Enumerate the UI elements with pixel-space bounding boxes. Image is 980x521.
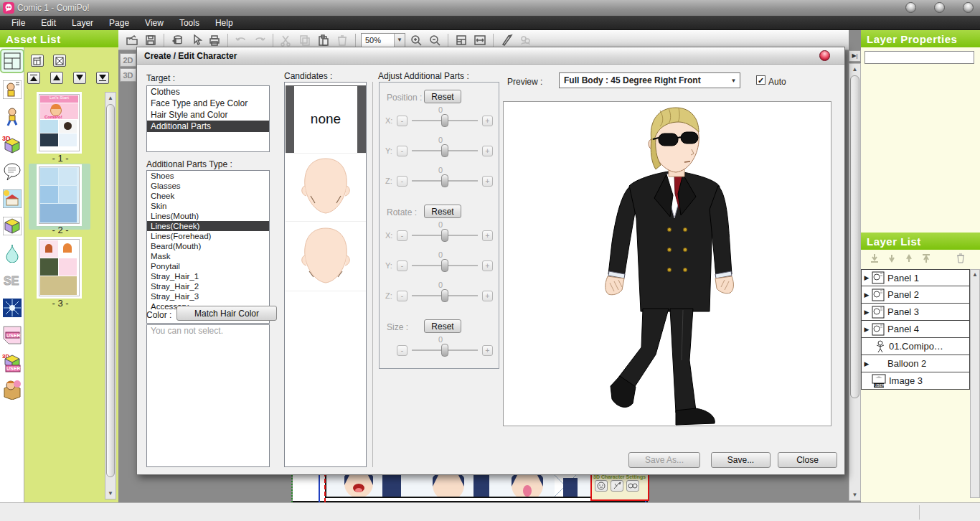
save-button[interactable]: Save... (711, 452, 771, 468)
menu-file[interactable]: File (4, 17, 32, 29)
open-icon[interactable] (124, 32, 140, 48)
prev-page-button[interactable] (50, 72, 63, 84)
first-page-button[interactable] (27, 72, 40, 84)
canvas-vscrollbar[interactable]: ▲ ▼ (849, 63, 861, 501)
dialog-title-bar[interactable]: Create / Edit Character (137, 47, 844, 65)
page-thumbnail-3[interactable] (39, 239, 80, 296)
last-page-button[interactable] (96, 72, 109, 84)
menu-help[interactable]: Help (208, 17, 240, 29)
candidate-face-2[interactable] (286, 223, 366, 291)
parts-type-option[interactable]: Glasses (147, 181, 269, 191)
delete-layer-icon[interactable] (956, 253, 966, 266)
parts-type-option[interactable]: Cheek (147, 191, 269, 201)
category-background-icon[interactable] (1, 188, 23, 210)
match-hair-color-button[interactable]: Match Hair Color (176, 306, 277, 321)
category-balloon-icon[interactable] (1, 161, 23, 182)
mode-3d-button[interactable]: 3D (120, 68, 136, 82)
pose-settings-icon[interactable] (611, 480, 623, 492)
category-user-3d-icon[interactable]: 3DUSER (1, 352, 23, 373)
zoom-in-icon[interactable] (408, 32, 424, 48)
parts-type-option[interactable]: Lines(Forehead) (147, 231, 269, 241)
fit-width-icon[interactable] (472, 32, 488, 48)
target-option[interactable]: Hair Style and Color (147, 109, 269, 121)
parts-type-option[interactable]: Lines(Mouth) (147, 211, 269, 221)
layer-row-panel1[interactable]: ▶ Panel 1 (861, 269, 970, 286)
face-settings-icon[interactable] (595, 480, 608, 492)
page-grid-icon[interactable] (453, 32, 469, 48)
paste-icon[interactable] (316, 32, 331, 48)
zoom-out-icon[interactable] (427, 32, 443, 48)
layer-name-field[interactable] (864, 51, 974, 64)
scroll-down-arrow[interactable]: ▼ (849, 492, 860, 498)
save-icon[interactable] (143, 32, 159, 48)
layer-list-scrollbar[interactable]: ▲ (970, 269, 980, 498)
auto-checkbox[interactable]: ✓ (756, 75, 765, 85)
layer-row-image[interactable]: USER Image 3 (861, 372, 970, 390)
delete-page-button[interactable] (53, 55, 66, 67)
character-wizard-icon[interactable] (499, 32, 514, 48)
layer-row-character[interactable]: 01.Comipo… (861, 338, 970, 355)
close-dialog-button[interactable]: Close (778, 452, 837, 468)
layer-row-panel3[interactable]: ▶ Panel 3 (861, 304, 970, 321)
scroll-up-arrow[interactable]: ▲ (971, 271, 979, 278)
close-button[interactable] (963, 2, 974, 13)
parts-type-option[interactable]: Stray_Hair_2 (147, 281, 269, 291)
category-user-2d-icon[interactable]: USER (1, 324, 23, 346)
category-panel-layout-icon[interactable] (1, 50, 23, 72)
parts-type-option[interactable]: Beard(Mouth) (147, 241, 269, 251)
position-reset-button[interactable]: Reset (424, 90, 461, 103)
category-user-character-icon[interactable] (1, 379, 23, 400)
category-character-pose-icon[interactable] (1, 106, 23, 128)
category-effect-flash-icon[interactable] (1, 297, 23, 319)
parts-type-option-selected[interactable]: Lines(Cheek) (147, 221, 269, 231)
dialog-close-icon[interactable] (819, 50, 830, 61)
zoom-select[interactable]: 50% ▼ (361, 33, 405, 47)
candidate-none[interactable]: none (286, 85, 366, 154)
collapse-panel-button[interactable]: ▶| (849, 50, 861, 62)
candidate-face-1[interactable] (286, 154, 366, 222)
target-option[interactable]: Clothes (147, 86, 269, 98)
expand-arrow-icon[interactable]: ▶ (862, 274, 872, 281)
category-character-icon[interactable] (1, 79, 23, 100)
parts-type-option[interactable]: Skin (147, 201, 269, 211)
target-option-selected[interactable]: Additional Parts (147, 121, 269, 132)
category-effect-drop-icon[interactable] (1, 243, 23, 264)
expand-arrow-icon[interactable]: ▶ (862, 291, 872, 299)
size-reset-button[interactable]: Reset (424, 319, 461, 333)
add-page-button[interactable] (31, 55, 44, 67)
asset-scrollbar[interactable]: ▲ ▼ (105, 92, 116, 499)
parts-type-option[interactable]: Ponytail (147, 261, 269, 271)
print-icon[interactable] (207, 32, 222, 48)
parts-type-option[interactable]: Stray_Hair_1 (147, 271, 269, 281)
next-page-button[interactable] (73, 72, 86, 84)
layer-row-panel4[interactable]: ▶ Panel 4 (861, 321, 970, 338)
menu-layer[interactable]: Layer (65, 17, 100, 29)
menu-tools[interactable]: Tools (172, 17, 207, 29)
select-tool-icon[interactable] (188, 32, 204, 48)
expand-arrow-icon[interactable]: ▶ (862, 326, 872, 333)
layer-row-panel2[interactable]: ▶ Panel 2 (861, 286, 970, 304)
rotate-reset-button[interactable]: Reset (424, 205, 461, 218)
minimize-button[interactable] (905, 2, 916, 13)
expand-arrow-icon[interactable]: ▶ (862, 309, 872, 316)
zoom-dropdown-arrow[interactable]: ▼ (394, 34, 405, 47)
page-thumbnail-1[interactable]: Let's Start ComiPo! (39, 94, 80, 151)
target-option[interactable]: Face Type and Eye Color (147, 98, 269, 109)
category-3d-items-icon[interactable]: 3D (1, 133, 23, 155)
scroll-up-arrow[interactable]: ▲ (849, 66, 860, 72)
mode-2d-button[interactable]: 2D (120, 53, 136, 67)
parts-type-option[interactable]: Mask (147, 251, 269, 261)
menu-page[interactable]: Page (102, 17, 136, 29)
layer-row-balloon[interactable]: ▶ Balloon 2 (861, 355, 970, 372)
parts-type-option[interactable]: Stray_Hair_3 (147, 291, 269, 301)
expand-arrow-icon[interactable]: ▶ (862, 360, 872, 367)
maximize-button[interactable] (934, 2, 945, 13)
camera-settings-icon[interactable] (626, 480, 639, 492)
export-icon[interactable] (169, 32, 185, 48)
preview-view-select[interactable]: Full Body : 45 Degree Right Front ▼ (559, 72, 740, 88)
asset-scroll-thumb[interactable] (106, 104, 115, 477)
page-thumbnail-2[interactable] (39, 166, 80, 224)
menu-edit[interactable]: Edit (34, 17, 63, 29)
scroll-down-arrow[interactable]: ▼ (105, 490, 116, 497)
canvas-scroll-thumb[interactable] (850, 75, 859, 398)
